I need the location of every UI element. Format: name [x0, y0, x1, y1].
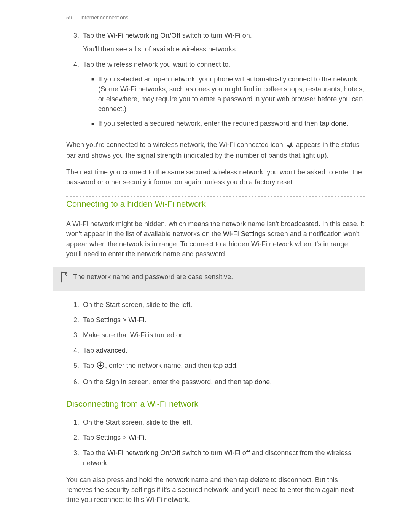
list-marker: 6.: [66, 377, 83, 387]
list-text: On the Start screen, slide to the left.: [83, 417, 365, 427]
ordered-list: 1. On the Start screen, slide to the lef…: [66, 417, 365, 468]
list-text: On the Start screen, slide to the left.: [83, 300, 365, 310]
section-title: Connecting to a hidden Wi-Fi network: [66, 198, 365, 210]
list-text: Tap the Wi-Fi networking On/Off switch t…: [83, 30, 365, 40]
section-title: Disconnecting from a Wi-Fi network: [66, 398, 365, 410]
bullet-text: If you selected a secured network, enter…: [98, 118, 365, 128]
list-item: 6. On the Sign in screen, enter the pass…: [66, 377, 365, 387]
list-item: 2. Tap Settings > Wi-Fi.: [66, 433, 365, 443]
list-text: Tap advanced.: [83, 345, 365, 355]
list-item: 1. On the Start screen, slide to the lef…: [66, 417, 365, 427]
bold-text: Wi-Fi networking On/Off: [107, 449, 180, 457]
page-section-name: Internet connections: [80, 14, 128, 21]
paragraph: A Wi-Fi network might be hidden, which m…: [66, 219, 365, 259]
bold-text: delete: [250, 476, 269, 484]
top-ordered-list: 3. Tap the Wi-Fi networking On/Off switc…: [66, 30, 365, 133]
svg-point-0: [289, 147, 290, 148]
list-marker: 3.: [66, 30, 83, 54]
page-header: 59 Internet connections: [0, 14, 411, 21]
flag-icon: [59, 271, 69, 285]
list-text: On the Sign in screen, enter the passwor…: [83, 377, 365, 387]
list-marker: 4.: [66, 59, 83, 133]
content: 1. On the Start screen, slide to the lef…: [0, 291, 411, 505]
bullet-list: ■ If you selected an open network, your …: [91, 74, 365, 128]
bold-text: Wi-Fi Settings: [223, 230, 266, 238]
list-marker: 5.: [66, 361, 83, 372]
paragraph: The next time you connect to the same se…: [66, 167, 365, 187]
list-marker: 2.: [66, 315, 83, 325]
page-number: 59: [66, 14, 72, 21]
list-item: 1. On the Start screen, slide to the lef…: [66, 300, 365, 310]
bold-text: Wi-Fi: [129, 434, 145, 441]
callout-box: The network name and password are case s…: [53, 267, 365, 291]
bullet-text: If you selected an open network, your ph…: [98, 74, 365, 114]
add-icon: [97, 361, 104, 372]
bold-text: advanced: [96, 347, 126, 354]
list-item: 3. Tap the Wi-Fi networking On/Off switc…: [66, 448, 365, 468]
list-item: 4. Tap advanced.: [66, 345, 365, 355]
paragraph: When you're connected to a wireless netw…: [66, 140, 365, 160]
callout-text: The network name and password are case s…: [73, 272, 358, 282]
bold-text: done: [331, 120, 346, 127]
list-text: Tap , enter the network name, and then t…: [83, 361, 365, 372]
bold-text: Sign in: [105, 378, 126, 386]
list-text: Tap Settings > Wi-Fi.: [83, 433, 365, 443]
bold-text: Settings: [96, 434, 121, 441]
bold-text: Wi-Fi networking On/Off: [107, 32, 180, 39]
list-item: 3. Tap the Wi-Fi networking On/Off switc…: [66, 30, 365, 54]
list-item: 3. Make sure that Wi-Fi is turned on.: [66, 330, 365, 340]
paragraph: You can also press and hold the network …: [66, 475, 365, 505]
bullet-item: ■ If you selected an open network, your …: [91, 74, 365, 114]
list-item: 5. Tap , enter the network name, and the…: [66, 361, 365, 372]
list-marker: 3.: [66, 448, 83, 468]
ordered-list: 1. On the Start screen, slide to the lef…: [66, 300, 365, 387]
list-marker: 2.: [66, 433, 83, 443]
bullet-item: ■ If you selected a secured network, ent…: [91, 118, 365, 128]
list-text: You'll then see a list of available wire…: [83, 44, 365, 54]
bullet-icon: ■: [91, 74, 98, 114]
section-heading: Connecting to a hidden Wi-Fi network: [66, 196, 365, 212]
list-marker: 1.: [66, 417, 83, 427]
bold-text: done: [255, 378, 270, 386]
list-marker: 4.: [66, 345, 83, 355]
list-text: Make sure that Wi-Fi is turned on.: [83, 330, 365, 340]
wifi-connected-icon: [286, 141, 293, 150]
list-item: 4. Tap the wireless network you want to …: [66, 59, 365, 133]
bold-text: Wi-Fi: [129, 316, 145, 324]
section-heading: Disconnecting from a Wi-Fi network: [66, 396, 365, 412]
content: 3. Tap the Wi-Fi networking On/Off switc…: [0, 21, 411, 259]
bold-text: Settings: [96, 316, 121, 324]
list-marker: 3.: [66, 330, 83, 340]
manual-page: 59 Internet connections 3. Tap the Wi-Fi…: [0, 0, 411, 532]
list-item: 2. Tap Settings > Wi-Fi.: [66, 315, 365, 325]
list-marker: 1.: [66, 300, 83, 310]
list-text: Tap Settings > Wi-Fi.: [83, 315, 365, 325]
bold-text: add: [225, 362, 236, 369]
bullet-icon: ■: [91, 118, 98, 128]
list-text: Tap the Wi-Fi networking On/Off switch t…: [83, 448, 365, 468]
list-text: Tap the wireless network you want to con…: [83, 59, 365, 69]
